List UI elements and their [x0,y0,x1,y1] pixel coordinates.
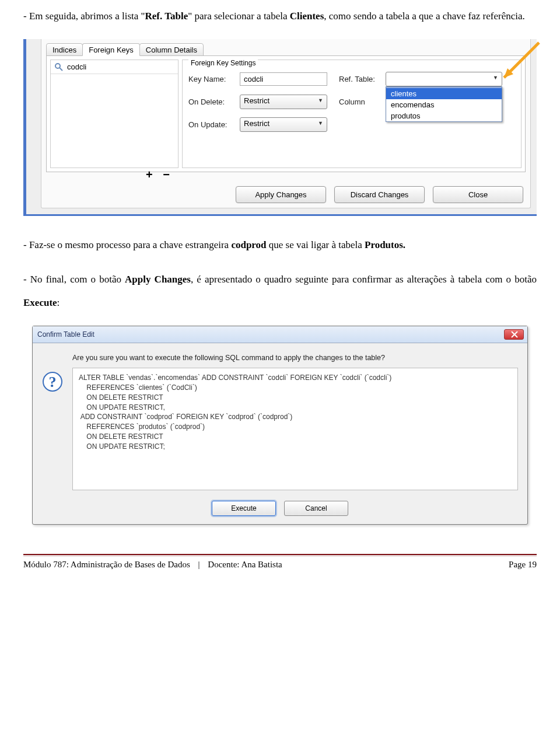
dialog-close-button[interactable] [504,329,524,340]
close-icon [510,330,519,339]
foreign-key-list[interactable]: codcli + − [50,60,178,168]
label-column: Column [339,97,386,106]
add-remove-buttons[interactable]: + − [146,168,173,182]
tab-bar: Indices Foreign Keys Column Details [46,43,530,55]
key-name-input[interactable] [240,72,327,86]
paragraph-3: - No final, com o botão Apply Changes, é… [23,268,537,316]
dialog-title: Confirm Table Edit [37,330,504,339]
question-icon: ? [42,371,63,392]
codprod-term: codprod [231,239,266,250]
paragraph-2: - Faz-se o mesmo processo para a chave e… [23,233,537,257]
execute-term: Execute [23,297,57,308]
paragraph-1: - Em seguida, abrimos a lista "Ref. Tabl… [23,5,537,29]
fk-settings-group: Foreign Key Settings Key Name: Ref. Tabl… [182,60,522,168]
fk-list-item[interactable]: codcli [51,60,178,74]
cancel-button[interactable]: Cancel [284,501,348,516]
label-on-delete: On Delete: [188,97,240,106]
dialog-buttons-row: Execute Cancel [33,497,527,524]
clientes-term: Clientes [290,11,324,22]
execute-button[interactable]: Execute [212,501,276,516]
dialog-prompt: Are you sure you want to execute the fol… [72,354,518,362]
label-ref-table: Ref. Table: [339,75,386,83]
tab-panel: codcli + − Foreign Key Settings Key Name… [46,55,526,172]
on-update-select[interactable]: Restrict [240,117,327,132]
label-on-update: On Update: [188,120,240,129]
action-buttons-row: Apply Changes Discard Changes Close [41,177,530,208]
footer-module: Módulo 787: Administração de Bases de Da… [23,560,190,569]
discard-changes-button[interactable]: Discard Changes [334,186,425,203]
tab-indices[interactable]: Indices [46,43,83,56]
produtos-term: Produtos. [365,239,405,250]
screenshot-confirm-dialog: Confirm Table Edit ? Are you sure you wa… [32,326,528,525]
fk-item-label: codcli [67,62,86,71]
ref-table-term: Ref. Table [145,11,188,22]
screenshot-foreign-keys: Indices Foreign Keys Column Details codc… [23,39,537,216]
apply-changes-button[interactable]: Apply Changes [236,186,326,203]
dropdown-option-clientes[interactable]: clientes [386,88,502,99]
svg-point-2 [55,64,60,68]
tab-column-details[interactable]: Column Details [139,43,204,56]
ref-table-dropdown[interactable]: clientes encomendas produtos [386,86,502,122]
search-icon [54,62,64,72]
dropdown-option-encomendas[interactable]: encomendas [386,99,502,110]
label-key-name: Key Name: [188,75,240,83]
footer-separator: | [198,560,200,569]
tab-foreign-keys[interactable]: Foreign Keys [82,43,140,56]
group-title: Foreign Key Settings [188,59,258,67]
annotation-arrow-icon [496,39,542,86]
page-footer: Módulo 787: Administração de Bases de Da… [23,554,537,570]
on-delete-select[interactable]: Restrict [240,95,327,109]
close-button[interactable]: Close [433,186,523,203]
svg-text:?: ? [49,374,57,390]
sql-textbox[interactable]: ALTER TABLE `vendas`.`encomendas` ADD CO… [72,368,518,490]
ref-table-select[interactable] [386,72,502,86]
dropdown-option-produtos[interactable]: produtos [386,110,502,121]
dialog-titlebar: Confirm Table Edit [33,326,527,343]
footer-docente: Docente: Ana Batista [208,560,282,569]
page-number: Page 19 [509,560,537,570]
apply-changes-term: Apply Changes [125,274,191,285]
svg-line-3 [60,68,62,71]
